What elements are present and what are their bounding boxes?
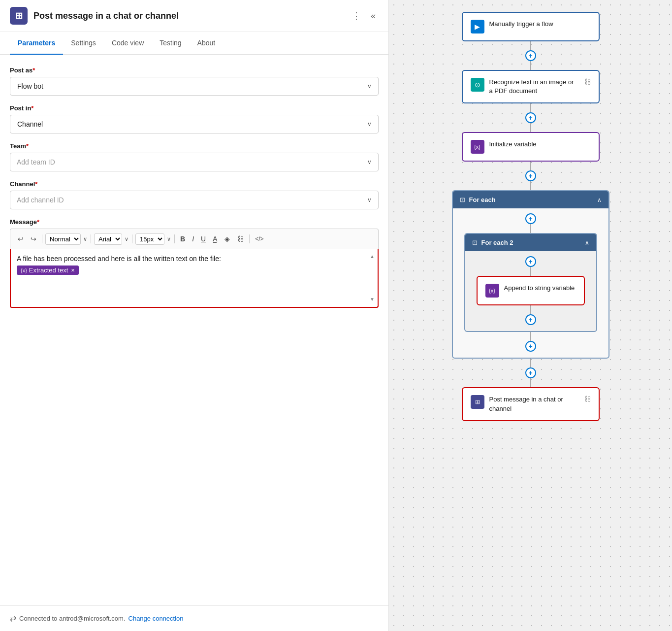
tabs-container: Parameters Settings Code view Testing Ab…	[0, 32, 388, 55]
trigger-node[interactable]: ▶ Manually trigger a flow	[462, 12, 600, 41]
font-select[interactable]: Arial	[94, 233, 122, 245]
message-group: Message* ↩ ↪ Normal ∨ Arial ∨ 15px	[10, 218, 379, 308]
foreach1-body: + ⊡ For each 2 ∧ +	[453, 208, 608, 358]
connector-2: +	[525, 103, 536, 132]
flow-designer: ▶ Manually trigger a flow + ⊙ Recognize …	[389, 0, 672, 631]
redo-button[interactable]: ↪	[28, 233, 39, 245]
font-chevron-icon: ∨	[125, 236, 128, 242]
foreach2-container: ⊡ For each 2 ∧ + {x} Append to string va…	[464, 233, 597, 332]
post-message-link-icon: ⛓	[584, 395, 591, 403]
link-button[interactable]: ⛓	[234, 233, 246, 245]
more-options-button[interactable]: ⋮	[349, 8, 364, 23]
size-select[interactable]: 15px	[135, 233, 164, 245]
connector-1: +	[525, 41, 536, 70]
tab-settings[interactable]: Settings	[63, 32, 104, 55]
connector-line-2b	[530, 123, 531, 132]
init-var-node[interactable]: {x} Initialize variable	[462, 132, 600, 162]
team-select-wrapper: Add team ID ∨	[10, 153, 379, 171]
foreach2-chevron-icon: ∧	[585, 239, 589, 246]
message-required: *	[37, 218, 39, 226]
connection-text: Connected to antrod@microsoft.com.	[19, 615, 126, 622]
post-in-group: Post in* Channel ∨	[10, 104, 379, 133]
toolbar-sep-4	[174, 234, 175, 243]
team-required: *	[26, 142, 29, 150]
italic-button[interactable]: I	[190, 233, 196, 245]
tag-close-icon[interactable]: ×	[71, 266, 75, 274]
toolbar-sep-5	[249, 234, 250, 243]
connector-3: +	[525, 162, 536, 190]
recognize-link-icon: ⛓	[584, 78, 591, 86]
post-message-label: Post message in a chat or channel	[489, 395, 579, 413]
append-node-label: Append to string variable	[504, 284, 575, 293]
message-label: Message*	[10, 218, 379, 226]
channel-select[interactable]	[10, 191, 379, 209]
code-button[interactable]: </>	[253, 233, 266, 244]
toolbar-sep-3	[132, 234, 132, 243]
recognize-node-icon: ⊙	[471, 78, 484, 92]
add-step-3[interactable]: +	[525, 170, 536, 181]
toolbar-sep-2	[91, 234, 91, 243]
channel-select-wrapper: Add channel ID ∨	[10, 191, 379, 209]
foreach1-header[interactable]: ⊡ For each ∧	[453, 191, 608, 208]
post-in-label: Post in*	[10, 104, 379, 112]
tab-codeview[interactable]: Code view	[104, 32, 152, 55]
init-var-label: Initialize variable	[489, 140, 537, 149]
add-step-1[interactable]: +	[525, 50, 536, 61]
connector-5: +	[525, 256, 536, 276]
color-button[interactable]: ◈	[222, 233, 232, 245]
editor-text: A file has been processed and here is al…	[17, 255, 372, 263]
tag-icon: {x}	[21, 267, 27, 273]
form-body: Post as* Flow bot ∨ Post in* Channel ∨	[0, 55, 388, 605]
tab-testing[interactable]: Testing	[152, 32, 189, 55]
append-node-icon: {x}	[485, 284, 499, 298]
add-step-2[interactable]: +	[525, 112, 536, 123]
tab-about[interactable]: About	[190, 32, 224, 55]
highlight-button[interactable]: A̲	[210, 233, 220, 245]
trigger-node-icon: ▶	[471, 20, 484, 33]
foreach1-chevron-icon: ∧	[597, 197, 602, 203]
post-message-icon: ⊞	[471, 395, 484, 409]
add-step-8[interactable]: +	[525, 367, 536, 378]
size-chevron-icon: ∨	[167, 236, 171, 242]
recognize-node[interactable]: ⊙ Recognize text in an image or a PDF do…	[462, 70, 600, 103]
post-as-select-wrapper: Flow bot ∨	[10, 77, 379, 96]
change-connection-link[interactable]: Change connection	[128, 615, 184, 622]
message-editor[interactable]: A file has been processed and here is al…	[10, 249, 379, 308]
connector-6: +	[525, 305, 536, 325]
extracted-text-tag[interactable]: {x} Extracted text ×	[17, 266, 79, 275]
post-in-select[interactable]: Channel	[10, 115, 379, 133]
post-as-select[interactable]: Flow bot	[10, 77, 379, 96]
add-step-4[interactable]: +	[525, 213, 536, 224]
scroll-up-icon: ▲	[370, 254, 375, 259]
post-message-node[interactable]: ⊞ Post message in a chat or channel ⛓	[462, 387, 600, 421]
connector-line-4	[530, 224, 531, 233]
add-step-7[interactable]: +	[525, 341, 536, 352]
left-panel: ⊞ Post message in a chat or channel ⋮ « …	[0, 0, 389, 631]
format-select[interactable]: Normal	[45, 233, 81, 245]
teams-icon: ⊞	[15, 10, 23, 21]
collapse-button[interactable]: «	[368, 9, 379, 23]
connector-line-2	[530, 103, 531, 112]
trigger-node-label: Manually trigger a flow	[489, 20, 553, 29]
add-step-6[interactable]: +	[525, 314, 536, 325]
add-step-5[interactable]: +	[525, 256, 536, 267]
tab-parameters[interactable]: Parameters	[10, 32, 63, 55]
connector-line-3	[530, 162, 531, 170]
team-select[interactable]	[10, 153, 379, 171]
underline-button[interactable]: U	[198, 233, 208, 245]
post-as-required: *	[32, 66, 35, 74]
tag-label: Extracted text	[29, 266, 68, 274]
foreach1-label: For each	[469, 196, 496, 203]
connection-icon: ⇄	[10, 614, 16, 623]
format-chevron-icon: ∨	[83, 236, 87, 242]
connector-line-7	[530, 332, 531, 341]
flow-container: ▶ Manually trigger a flow + ⊙ Recognize …	[397, 12, 664, 421]
foreach2-header[interactable]: ⊡ For each 2 ∧	[465, 234, 596, 251]
undo-button[interactable]: ↩	[15, 233, 26, 245]
bold-button[interactable]: B	[178, 233, 188, 245]
connector-line-5	[530, 267, 531, 276]
append-node[interactable]: {x} Append to string variable	[477, 276, 585, 305]
connector-line-8b	[530, 378, 531, 387]
team-group: Team* Add team ID ∨	[10, 142, 379, 171]
channel-label: Channel*	[10, 180, 379, 188]
